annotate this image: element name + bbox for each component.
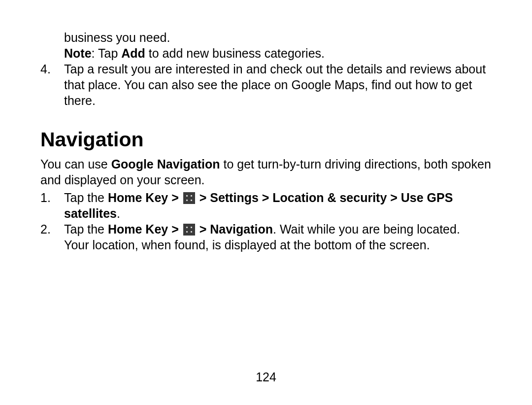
- step1-bold1: Home Key >: [108, 191, 182, 204]
- section-heading-navigation: Navigation: [40, 128, 492, 151]
- list-item-4: 4. Tap a result you are interested in an…: [40, 61, 492, 108]
- step2-mid: . Wait while you are being located.: [273, 222, 460, 236]
- step2-bold1: Home Key >: [108, 222, 182, 236]
- nav-step-2: 2. Tap the Home Key > > Navigation. Wait…: [40, 221, 492, 253]
- intro-bold: Google Navigation: [111, 157, 220, 171]
- page-number: 124: [0, 370, 532, 384]
- step1-tail: .: [117, 206, 120, 220]
- note-sep: : Tap: [92, 46, 122, 60]
- intro-pre: You can use: [40, 157, 111, 171]
- list-number: 4.: [40, 61, 64, 77]
- note-add: Add: [121, 46, 145, 60]
- list-content: Tap the Home Key > > Navigation. Wait wh…: [64, 221, 492, 253]
- item4-text: Tap a result you are interested in and c…: [64, 62, 486, 107]
- step1-pre: Tap the: [64, 191, 108, 204]
- prev-item-continuation: business you need.: [40, 30, 492, 45]
- apps-grid-icon: [183, 224, 195, 236]
- step2-pre: Tap the: [64, 222, 108, 236]
- note-label: Note: [64, 46, 92, 60]
- step2-line2: Your location, when found, is displayed …: [64, 238, 430, 252]
- note-tail: to add new business categories.: [145, 46, 325, 60]
- list-content: Tap the Home Key > > Settings > Location…: [64, 190, 492, 221]
- navigation-intro: You can use Google Navigation to get tur…: [40, 156, 492, 188]
- manual-page: business you need. Note: Tap Add to add …: [0, 0, 532, 405]
- fragment-text: business you need.: [64, 31, 170, 44]
- step2-bold2: > Navigation: [200, 222, 273, 236]
- list-number: 2.: [40, 221, 64, 237]
- list-number: 1.: [40, 190, 64, 205]
- apps-grid-icon: [183, 192, 195, 204]
- note-line: Note: Tap Add to add new business catego…: [40, 45, 492, 61]
- nav-step-1: 1. Tap the Home Key > > Settings > Locat…: [40, 190, 492, 221]
- list-content: Tap a result you are interested in and c…: [64, 61, 492, 108]
